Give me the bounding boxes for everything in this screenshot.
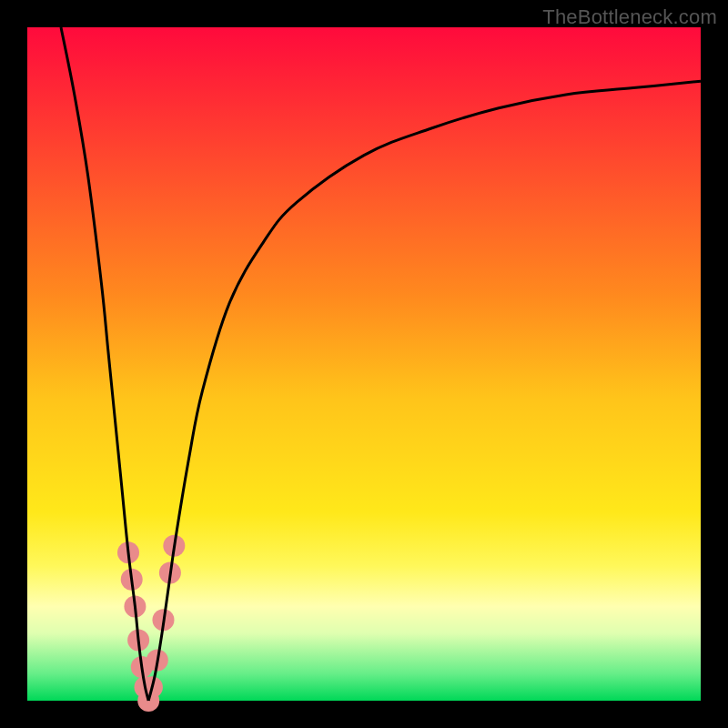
curve-left-branch [61,27,148,701]
curve-right-branch [148,81,701,701]
watermark-text: TheBottleneck.com [542,5,717,29]
scatter-markers [117,535,185,712]
curves-layer [27,27,701,701]
chart-frame: TheBottleneck.com [0,0,728,728]
plot-area [27,27,701,701]
